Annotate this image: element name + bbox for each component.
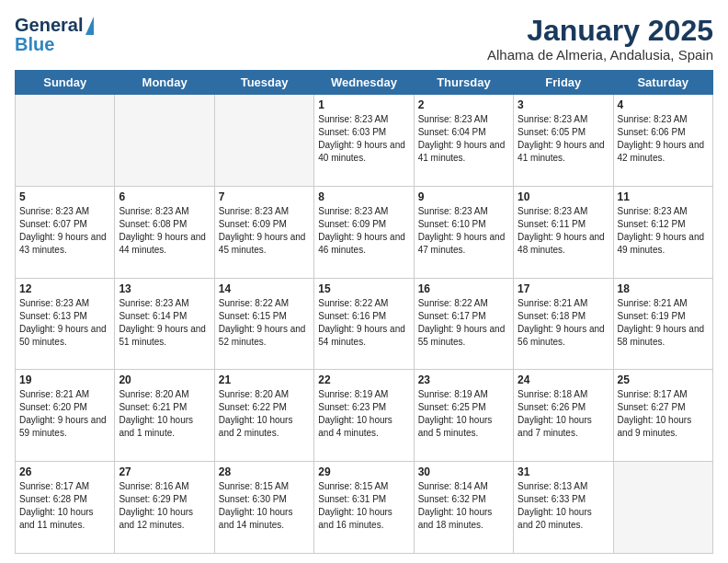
day-cell: 10Sunrise: 8:23 AM Sunset: 6:11 PM Dayli… <box>514 186 613 278</box>
day-number: 27 <box>119 465 210 478</box>
day-cell: 26Sunrise: 8:17 AM Sunset: 6:28 PM Dayli… <box>16 462 115 554</box>
day-cell: 3Sunrise: 8:23 AM Sunset: 6:05 PM Daylig… <box>514 95 613 187</box>
day-number: 11 <box>618 190 709 203</box>
week-row-5: 26Sunrise: 8:17 AM Sunset: 6:28 PM Dayli… <box>16 462 713 554</box>
day-cell: 24Sunrise: 8:18 AM Sunset: 6:26 PM Dayli… <box>514 370 613 462</box>
day-number: 7 <box>219 190 310 203</box>
day-cell: 21Sunrise: 8:20 AM Sunset: 6:22 PM Dayli… <box>214 370 313 462</box>
logo-general: General <box>15 15 83 36</box>
day-number: 23 <box>418 373 509 386</box>
day-cell: 14Sunrise: 8:22 AM Sunset: 6:15 PM Dayli… <box>214 278 313 370</box>
day-info: Sunrise: 8:23 AM Sunset: 6:09 PM Dayligh… <box>318 205 409 257</box>
day-number: 26 <box>19 465 110 478</box>
week-row-1: 1Sunrise: 8:23 AM Sunset: 6:03 PM Daylig… <box>16 95 713 187</box>
day-info: Sunrise: 8:18 AM Sunset: 6:26 PM Dayligh… <box>518 388 609 440</box>
day-cell: 20Sunrise: 8:20 AM Sunset: 6:21 PM Dayli… <box>115 370 214 462</box>
day-info: Sunrise: 8:14 AM Sunset: 6:32 PM Dayligh… <box>418 480 509 532</box>
day-number: 15 <box>318 282 409 295</box>
day-cell <box>115 95 214 187</box>
day-info: Sunrise: 8:23 AM Sunset: 6:10 PM Dayligh… <box>418 205 509 257</box>
day-cell <box>613 462 712 554</box>
day-number: 14 <box>219 282 310 295</box>
day-cell: 19Sunrise: 8:21 AM Sunset: 6:20 PM Dayli… <box>16 370 115 462</box>
day-number: 17 <box>518 282 609 295</box>
day-info: Sunrise: 8:23 AM Sunset: 6:07 PM Dayligh… <box>19 205 110 257</box>
day-cell: 17Sunrise: 8:21 AM Sunset: 6:18 PM Dayli… <box>514 278 613 370</box>
day-number: 4 <box>618 98 709 111</box>
day-number: 24 <box>518 373 609 386</box>
day-number: 22 <box>318 373 409 386</box>
day-cell: 30Sunrise: 8:14 AM Sunset: 6:32 PM Dayli… <box>414 462 513 554</box>
day-cell: 15Sunrise: 8:22 AM Sunset: 6:16 PM Dayli… <box>314 278 414 370</box>
day-number: 9 <box>418 190 509 203</box>
day-info: Sunrise: 8:23 AM Sunset: 6:13 PM Dayligh… <box>19 297 110 349</box>
page: General Blue January 2025 Alhama de Alme… <box>0 0 728 563</box>
day-info: Sunrise: 8:21 AM Sunset: 6:18 PM Dayligh… <box>518 297 609 349</box>
day-number: 3 <box>518 98 609 111</box>
day-cell: 29Sunrise: 8:15 AM Sunset: 6:31 PM Dayli… <box>314 462 414 554</box>
day-info: Sunrise: 8:23 AM Sunset: 6:11 PM Dayligh… <box>518 205 609 257</box>
col-wednesday: Wednesday <box>314 71 414 95</box>
day-number: 18 <box>618 282 709 295</box>
col-thursday: Thursday <box>414 71 513 95</box>
day-info: Sunrise: 8:20 AM Sunset: 6:22 PM Dayligh… <box>219 388 310 440</box>
day-number: 13 <box>119 282 210 295</box>
day-number: 2 <box>418 98 509 111</box>
week-row-2: 5Sunrise: 8:23 AM Sunset: 6:07 PM Daylig… <box>16 186 713 278</box>
day-info: Sunrise: 8:22 AM Sunset: 6:15 PM Dayligh… <box>219 297 310 349</box>
col-sunday: Sunday <box>16 71 115 95</box>
day-cell: 13Sunrise: 8:23 AM Sunset: 6:14 PM Dayli… <box>115 278 214 370</box>
day-cell: 25Sunrise: 8:17 AM Sunset: 6:27 PM Dayli… <box>613 370 712 462</box>
day-number: 29 <box>318 465 409 478</box>
day-cell: 9Sunrise: 8:23 AM Sunset: 6:10 PM Daylig… <box>414 186 513 278</box>
col-friday: Friday <box>514 71 613 95</box>
day-number: 28 <box>219 465 310 478</box>
day-info: Sunrise: 8:17 AM Sunset: 6:28 PM Dayligh… <box>19 480 110 532</box>
day-info: Sunrise: 8:15 AM Sunset: 6:30 PM Dayligh… <box>219 480 310 532</box>
header: General Blue January 2025 Alhama de Alme… <box>15 15 713 63</box>
day-number: 1 <box>318 98 409 111</box>
calendar-header-row: Sunday Monday Tuesday Wednesday Thursday… <box>16 71 713 95</box>
day-info: Sunrise: 8:19 AM Sunset: 6:23 PM Dayligh… <box>318 388 409 440</box>
day-cell: 16Sunrise: 8:22 AM Sunset: 6:17 PM Dayli… <box>414 278 513 370</box>
day-info: Sunrise: 8:23 AM Sunset: 6:09 PM Dayligh… <box>219 205 310 257</box>
day-cell: 5Sunrise: 8:23 AM Sunset: 6:07 PM Daylig… <box>16 186 115 278</box>
day-number: 25 <box>618 373 709 386</box>
day-number: 12 <box>19 282 110 295</box>
day-info: Sunrise: 8:22 AM Sunset: 6:16 PM Dayligh… <box>318 297 409 349</box>
col-tuesday: Tuesday <box>214 71 313 95</box>
day-number: 31 <box>518 465 609 478</box>
day-cell <box>214 95 313 187</box>
day-info: Sunrise: 8:22 AM Sunset: 6:17 PM Dayligh… <box>418 297 509 349</box>
day-info: Sunrise: 8:23 AM Sunset: 6:05 PM Dayligh… <box>518 113 609 165</box>
day-info: Sunrise: 8:23 AM Sunset: 6:14 PM Dayligh… <box>119 297 210 349</box>
day-info: Sunrise: 8:20 AM Sunset: 6:21 PM Dayligh… <box>119 388 210 440</box>
day-info: Sunrise: 8:13 AM Sunset: 6:33 PM Dayligh… <box>518 480 609 532</box>
day-info: Sunrise: 8:23 AM Sunset: 6:03 PM Dayligh… <box>318 113 409 165</box>
day-cell: 31Sunrise: 8:13 AM Sunset: 6:33 PM Dayli… <box>514 462 613 554</box>
day-number: 6 <box>119 190 210 203</box>
day-cell: 6Sunrise: 8:23 AM Sunset: 6:08 PM Daylig… <box>115 186 214 278</box>
logo: General Blue <box>15 15 94 55</box>
day-info: Sunrise: 8:16 AM Sunset: 6:29 PM Dayligh… <box>119 480 210 532</box>
day-number: 10 <box>518 190 609 203</box>
day-number: 19 <box>19 373 110 386</box>
week-row-3: 12Sunrise: 8:23 AM Sunset: 6:13 PM Dayli… <box>16 278 713 370</box>
calendar-table: Sunday Monday Tuesday Wednesday Thursday… <box>15 70 713 554</box>
day-cell: 7Sunrise: 8:23 AM Sunset: 6:09 PM Daylig… <box>214 186 313 278</box>
day-number: 20 <box>119 373 210 386</box>
day-cell: 1Sunrise: 8:23 AM Sunset: 6:03 PM Daylig… <box>314 95 414 187</box>
day-cell: 11Sunrise: 8:23 AM Sunset: 6:12 PM Dayli… <box>613 186 712 278</box>
day-cell: 4Sunrise: 8:23 AM Sunset: 6:06 PM Daylig… <box>613 95 712 187</box>
day-cell: 12Sunrise: 8:23 AM Sunset: 6:13 PM Dayli… <box>16 278 115 370</box>
day-info: Sunrise: 8:21 AM Sunset: 6:19 PM Dayligh… <box>618 297 709 349</box>
title-block: January 2025 Alhama de Almeria, Andalusi… <box>487 15 713 63</box>
logo-triangle-icon <box>85 17 94 35</box>
calendar-subtitle: Alhama de Almeria, Andalusia, Spain <box>487 47 713 63</box>
day-info: Sunrise: 8:23 AM Sunset: 6:08 PM Dayligh… <box>119 205 210 257</box>
day-number: 21 <box>219 373 310 386</box>
day-info: Sunrise: 8:23 AM Sunset: 6:12 PM Dayligh… <box>618 205 709 257</box>
day-cell: 22Sunrise: 8:19 AM Sunset: 6:23 PM Dayli… <box>314 370 414 462</box>
day-cell <box>16 95 115 187</box>
day-cell: 18Sunrise: 8:21 AM Sunset: 6:19 PM Dayli… <box>613 278 712 370</box>
